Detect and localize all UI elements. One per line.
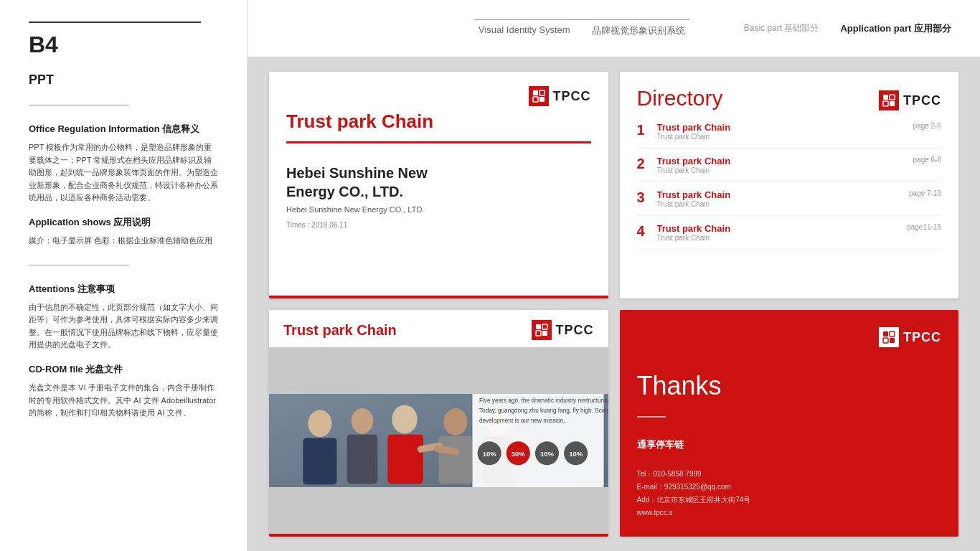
section-title: PPT xyxy=(29,72,218,88)
dir-item-2-title: Trust park Chain xyxy=(657,156,908,166)
slide1-date: Times : 2018.06.11 xyxy=(286,221,591,229)
slide2-logo: TPCC xyxy=(879,90,941,110)
sidebar-top-line xyxy=(29,22,201,23)
dir-item-1: 1 Trust park Chain Trust park Chain page… xyxy=(637,122,942,149)
tpcc-icon-4 xyxy=(879,327,899,347)
svg-rect-1 xyxy=(540,90,545,95)
svg-rect-10 xyxy=(536,331,541,336)
attentions-section: Attentions 注意事项 由于信息的不确定性，此页部分规范（如文字大小、间… xyxy=(29,283,218,352)
svg-rect-21 xyxy=(438,436,472,484)
dir-page-4: page11-15 xyxy=(907,223,941,231)
slide-2-directory: Directory TPCC 1 xyxy=(620,72,959,298)
dir-num-1: 1 xyxy=(637,122,651,138)
slide4-tpcc-text: TPCC xyxy=(903,330,941,345)
svg-text:30%: 30% xyxy=(512,450,525,458)
svg-rect-38 xyxy=(883,331,888,336)
svg-rect-5 xyxy=(890,95,895,100)
office-regulation-body: PPT 模板作为常用的办公物料，是塑造品牌形象的重要载体之一；PPT 常规形式在… xyxy=(29,141,218,204)
svg-rect-8 xyxy=(536,324,541,329)
svg-rect-9 xyxy=(542,324,547,329)
svg-rect-0 xyxy=(533,90,538,95)
svg-rect-15 xyxy=(303,438,336,484)
svg-rect-6 xyxy=(883,101,888,106)
slide3-title: Trust park Chain xyxy=(283,322,397,339)
svg-rect-41 xyxy=(890,338,895,343)
page-code: B4 xyxy=(29,32,218,58)
slide4-header: TPCC xyxy=(637,327,942,347)
slide1-company-section: Hebei Sunshine NewEnergy CO., LTD. Hebei… xyxy=(269,156,608,236)
svg-text:10%: 10% xyxy=(540,450,554,458)
main-content: Visual Identity System 品牌视觉形象识别系统 Basic … xyxy=(248,0,980,551)
tpcc-icon-2 xyxy=(879,90,899,110)
tpcc-icon-1 xyxy=(529,86,549,106)
slide1-bottom-bar xyxy=(269,296,608,298)
svg-point-20 xyxy=(443,408,467,435)
header-nav-application[interactable]: Application part 应用部分 xyxy=(840,22,951,35)
slide3-team-image: Five years ago, the dramatic industry re… xyxy=(269,347,608,534)
slide1-red-line xyxy=(286,141,591,143)
svg-rect-11 xyxy=(542,331,547,336)
slide-3-team: Trust park Chain TPCC xyxy=(269,310,608,537)
svg-text:development is our new mission: development is our new mission. xyxy=(479,418,565,424)
office-regulation-title: Office Regulation Information 信息释义 xyxy=(29,123,218,136)
slide4-company-cn: 通享停车链 xyxy=(637,438,942,451)
cdrom-body: 光盘文件是本 VI 手册电子文件的集合，内含手册制作时的专用软件格式文件。其中 … xyxy=(29,382,218,420)
slide1-main-title: Trust park Chain xyxy=(286,110,591,133)
divider-1 xyxy=(29,105,129,105)
svg-rect-40 xyxy=(883,338,888,343)
slide2-tpcc-text: TPCC xyxy=(903,93,941,108)
dir-item-2-content: Trust park Chain Trust park Chain xyxy=(657,156,908,174)
cdrom-title: CD-ROM file 光盘文件 xyxy=(29,363,218,376)
dir-item-1-subtitle: Trust park Chain xyxy=(657,133,908,141)
header-center: Visual Identity System 品牌视觉形象识别系统 xyxy=(474,19,689,37)
dir-item-4-content: Trust park Chain Trust park Chain xyxy=(657,223,902,242)
dir-item-3-title: Trust park Chain xyxy=(657,189,903,200)
slide4-email: E-mail：929315325@qq.com xyxy=(637,481,942,494)
header-nav-basic[interactable]: Basic part 基础部分 xyxy=(744,22,819,34)
dir-item-2: 2 Trust park Chain Trust park Chain page… xyxy=(637,156,942,182)
dir-item-2-subtitle: Trust park Chain xyxy=(657,166,908,174)
slide4-contact-info: Tel：010-5858 7999 E-mail：929315325@qq.co… xyxy=(637,468,942,519)
svg-point-14 xyxy=(308,410,331,437)
svg-point-18 xyxy=(392,405,417,433)
cdrom-section: CD-ROM file 光盘文件 光盘文件是本 VI 手册电子文件的集合，内含手… xyxy=(29,363,218,420)
dir-item-4: 4 Trust park Chain Trust park Chain page… xyxy=(637,223,942,250)
header-nav: Basic part 基础部分 Application part 应用部分 xyxy=(744,22,951,35)
slide4-thanks-title: Thanks xyxy=(637,371,942,401)
slide1-company-large: Hebei Sunshine NewEnergy CO., LTD. xyxy=(286,164,591,201)
slide3-header: Trust park Chain TPCC xyxy=(269,310,608,347)
application-shows-section: Application shows 应用说明 媒介：电子显示屏 色彩：根据企业标… xyxy=(29,216,218,248)
application-shows-title: Application shows 应用说明 xyxy=(29,216,218,229)
dir-item-1-title: Trust park Chain xyxy=(657,122,908,133)
dir-item-4-title: Trust park Chain xyxy=(657,223,902,234)
slide1-company-small: Hebei Sunshine New Energy CO., LTD. xyxy=(286,205,591,214)
sidebar: B4 PPT Office Regulation Information 信息释… xyxy=(0,0,248,551)
dir-num-3: 3 xyxy=(637,189,651,206)
divider-2 xyxy=(29,265,129,265)
tpcc-icon-3 xyxy=(532,320,552,340)
svg-rect-2 xyxy=(533,97,538,102)
svg-text:10%: 10% xyxy=(569,450,583,458)
svg-point-16 xyxy=(352,408,374,433)
dir-num-4: 4 xyxy=(637,223,651,240)
svg-text:Today, guangdong zhu kuang fan: Today, guangdong zhu kuang fang, fly hig… xyxy=(479,408,608,414)
slide4-logo: TPCC xyxy=(879,327,941,347)
slide4-website: www.tpcc.s xyxy=(637,507,942,519)
svg-text:10%: 10% xyxy=(483,450,496,458)
svg-rect-7 xyxy=(890,101,895,106)
header-line xyxy=(474,19,689,20)
dir-page-1: page 2-5 xyxy=(913,122,941,130)
dir-num-2: 2 xyxy=(637,156,651,172)
svg-text:Five years ago, the dramatic i: Five years ago, the dramatic industry re… xyxy=(479,397,608,404)
slide2-header: Directory TPCC xyxy=(637,86,942,110)
top-header: Visual Identity System 品牌视觉形象识别系统 Basic … xyxy=(248,0,980,57)
slide3-tpcc-text: TPCC xyxy=(556,323,594,338)
header-titles: Visual Identity System 品牌视觉形象识别系统 xyxy=(479,24,685,37)
dir-page-3: page 7-10 xyxy=(909,189,941,197)
slide1-tpcc-text: TPCC xyxy=(553,89,591,104)
svg-rect-3 xyxy=(540,97,545,102)
svg-rect-39 xyxy=(890,331,895,336)
slide-cover-top: TPCC Trust park Chain xyxy=(269,72,608,156)
dir-page-2: page 6-8 xyxy=(913,156,941,164)
slide-4-thanks: TPCC Thanks 通享停车链 Tel：010-5858 7999 E-ma… xyxy=(620,310,959,537)
